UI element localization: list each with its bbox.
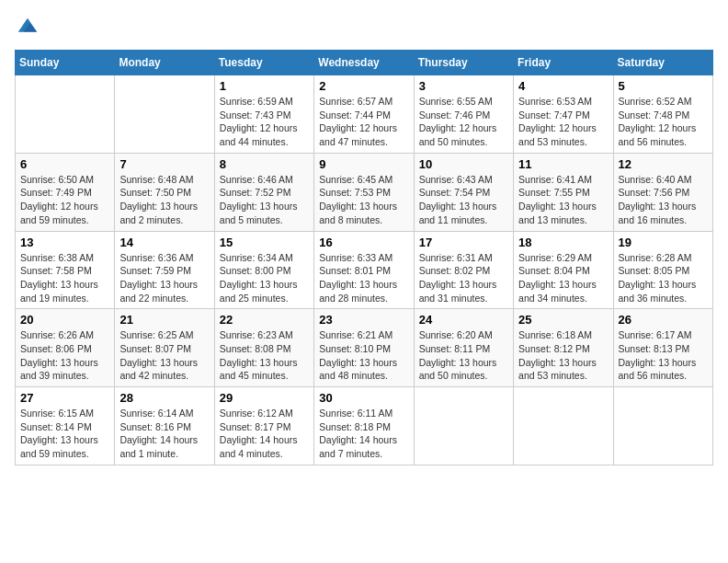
calendar-cell: 17Sunrise: 6:31 AM Sunset: 8:02 PM Dayli…	[414, 231, 513, 309]
day-number: 27	[20, 391, 109, 405]
day-info: Sunrise: 6:33 AM Sunset: 8:01 PM Dayligh…	[319, 251, 408, 305]
calendar-cell: 14Sunrise: 6:36 AM Sunset: 7:59 PM Dayli…	[115, 231, 214, 309]
day-info: Sunrise: 6:34 AM Sunset: 8:00 PM Dayligh…	[220, 251, 309, 305]
calendar-cell: 22Sunrise: 6:23 AM Sunset: 8:08 PM Dayli…	[214, 309, 313, 387]
day-info: Sunrise: 6:40 AM Sunset: 7:56 PM Dayligh…	[619, 173, 708, 227]
day-info: Sunrise: 6:43 AM Sunset: 7:54 PM Dayligh…	[419, 173, 508, 227]
day-number: 12	[619, 157, 708, 171]
calendar-cell: 15Sunrise: 6:34 AM Sunset: 8:00 PM Dayli…	[214, 231, 313, 309]
day-info: Sunrise: 6:28 AM Sunset: 8:05 PM Dayligh…	[619, 251, 708, 305]
day-info: Sunrise: 6:57 AM Sunset: 7:44 PM Dayligh…	[319, 95, 408, 149]
day-number: 6	[20, 157, 109, 171]
calendar-cell: 25Sunrise: 6:18 AM Sunset: 8:12 PM Dayli…	[514, 309, 613, 387]
day-info: Sunrise: 6:59 AM Sunset: 7:43 PM Dayligh…	[220, 95, 309, 149]
weekday-header: Wednesday	[314, 51, 414, 75]
day-number: 24	[419, 313, 508, 327]
calendar-cell: 16Sunrise: 6:33 AM Sunset: 8:01 PM Dayli…	[314, 231, 414, 309]
calendar-cell: 6Sunrise: 6:50 AM Sunset: 7:49 PM Daylig…	[16, 153, 115, 231]
day-info: Sunrise: 6:11 AM Sunset: 8:18 PM Dayligh…	[319, 407, 408, 461]
calendar-table: SundayMondayTuesdayWednesdayThursdayFrid…	[15, 50, 713, 465]
calendar-cell: 12Sunrise: 6:40 AM Sunset: 7:56 PM Dayli…	[613, 153, 712, 231]
calendar-cell: 9Sunrise: 6:45 AM Sunset: 7:53 PM Daylig…	[314, 153, 414, 231]
calendar-cell: 2Sunrise: 6:57 AM Sunset: 7:44 PM Daylig…	[314, 75, 414, 154]
calendar-week-row: 27Sunrise: 6:15 AM Sunset: 8:14 PM Dayli…	[16, 387, 713, 465]
day-number: 7	[119, 157, 209, 171]
calendar-cell	[414, 387, 513, 465]
day-number: 22	[220, 313, 309, 327]
day-number: 23	[319, 313, 408, 327]
day-info: Sunrise: 6:41 AM Sunset: 7:55 PM Dayligh…	[518, 173, 608, 227]
day-number: 11	[518, 157, 608, 171]
day-info: Sunrise: 6:12 AM Sunset: 8:17 PM Dayligh…	[220, 407, 309, 461]
page-header	[15, 15, 713, 40]
calendar-cell: 3Sunrise: 6:55 AM Sunset: 7:46 PM Daylig…	[414, 75, 513, 154]
calendar-cell: 23Sunrise: 6:21 AM Sunset: 8:10 PM Dayli…	[314, 309, 414, 387]
calendar-cell: 19Sunrise: 6:28 AM Sunset: 8:05 PM Dayli…	[613, 231, 712, 309]
logo-icon	[15, 15, 40, 40]
day-info: Sunrise: 6:55 AM Sunset: 7:46 PM Dayligh…	[419, 95, 508, 149]
calendar-week-row: 13Sunrise: 6:38 AM Sunset: 7:58 PM Dayli…	[16, 231, 713, 309]
day-info: Sunrise: 6:53 AM Sunset: 7:47 PM Dayligh…	[518, 95, 608, 149]
calendar-cell: 11Sunrise: 6:41 AM Sunset: 7:55 PM Dayli…	[514, 153, 613, 231]
weekday-header-row: SundayMondayTuesdayWednesdayThursdayFrid…	[16, 51, 713, 75]
day-number: 8	[220, 157, 309, 171]
day-number: 5	[619, 79, 708, 93]
day-number: 25	[518, 313, 608, 327]
calendar-cell: 13Sunrise: 6:38 AM Sunset: 7:58 PM Dayli…	[16, 231, 115, 309]
calendar-cell	[613, 387, 712, 465]
day-number: 2	[319, 79, 408, 93]
calendar-cell: 27Sunrise: 6:15 AM Sunset: 8:14 PM Dayli…	[16, 387, 115, 465]
calendar-cell	[115, 75, 214, 154]
day-info: Sunrise: 6:18 AM Sunset: 8:12 PM Dayligh…	[518, 328, 608, 383]
weekday-header: Sunday	[16, 51, 115, 75]
day-number: 19	[619, 236, 708, 249]
calendar-cell: 4Sunrise: 6:53 AM Sunset: 7:47 PM Daylig…	[514, 75, 613, 154]
calendar-cell: 26Sunrise: 6:17 AM Sunset: 8:13 PM Dayli…	[613, 309, 712, 387]
calendar-week-row: 1Sunrise: 6:59 AM Sunset: 7:43 PM Daylig…	[16, 75, 713, 154]
weekday-header: Saturday	[613, 51, 712, 75]
calendar-week-row: 20Sunrise: 6:26 AM Sunset: 8:06 PM Dayli…	[16, 309, 713, 387]
day-number: 15	[220, 236, 309, 249]
weekday-header: Friday	[514, 51, 613, 75]
day-number: 13	[20, 236, 109, 249]
day-number: 1	[220, 79, 309, 93]
calendar-cell: 18Sunrise: 6:29 AM Sunset: 8:04 PM Dayli…	[514, 231, 613, 309]
day-info: Sunrise: 6:29 AM Sunset: 8:04 PM Dayligh…	[518, 251, 608, 305]
weekday-header: Thursday	[414, 51, 513, 75]
calendar-cell: 21Sunrise: 6:25 AM Sunset: 8:07 PM Dayli…	[115, 309, 214, 387]
day-info: Sunrise: 6:14 AM Sunset: 8:16 PM Dayligh…	[119, 407, 209, 461]
day-info: Sunrise: 6:31 AM Sunset: 8:02 PM Dayligh…	[419, 251, 508, 305]
day-info: Sunrise: 6:36 AM Sunset: 7:59 PM Dayligh…	[119, 251, 209, 305]
day-number: 16	[319, 236, 408, 249]
calendar-cell: 29Sunrise: 6:12 AM Sunset: 8:17 PM Dayli…	[214, 387, 313, 465]
day-number: 18	[518, 236, 608, 249]
day-info: Sunrise: 6:21 AM Sunset: 8:10 PM Dayligh…	[319, 328, 408, 383]
day-number: 20	[20, 313, 109, 327]
day-info: Sunrise: 6:25 AM Sunset: 8:07 PM Dayligh…	[119, 328, 209, 383]
day-number: 9	[319, 157, 408, 171]
day-number: 30	[319, 391, 408, 405]
day-number: 21	[119, 313, 209, 327]
day-number: 14	[119, 236, 209, 249]
calendar-cell: 28Sunrise: 6:14 AM Sunset: 8:16 PM Dayli…	[115, 387, 214, 465]
day-info: Sunrise: 6:15 AM Sunset: 8:14 PM Dayligh…	[20, 407, 109, 461]
day-info: Sunrise: 6:50 AM Sunset: 7:49 PM Dayligh…	[20, 173, 109, 227]
day-info: Sunrise: 6:48 AM Sunset: 7:50 PM Dayligh…	[119, 173, 209, 227]
calendar-cell: 20Sunrise: 6:26 AM Sunset: 8:06 PM Dayli…	[16, 309, 115, 387]
calendar-cell: 8Sunrise: 6:46 AM Sunset: 7:52 PM Daylig…	[214, 153, 313, 231]
calendar-cell	[16, 75, 115, 154]
weekday-header: Monday	[115, 51, 214, 75]
day-info: Sunrise: 6:26 AM Sunset: 8:06 PM Dayligh…	[20, 328, 109, 383]
day-number: 10	[419, 157, 508, 171]
calendar-cell: 30Sunrise: 6:11 AM Sunset: 8:18 PM Dayli…	[314, 387, 414, 465]
calendar-cell	[514, 387, 613, 465]
calendar-cell: 5Sunrise: 6:52 AM Sunset: 7:48 PM Daylig…	[613, 75, 712, 154]
day-number: 28	[119, 391, 209, 405]
day-number: 26	[619, 313, 708, 327]
calendar-cell: 7Sunrise: 6:48 AM Sunset: 7:50 PM Daylig…	[115, 153, 214, 231]
calendar-cell: 24Sunrise: 6:20 AM Sunset: 8:11 PM Dayli…	[414, 309, 513, 387]
day-number: 29	[220, 391, 309, 405]
calendar-cell: 1Sunrise: 6:59 AM Sunset: 7:43 PM Daylig…	[214, 75, 313, 154]
logo	[15, 15, 44, 40]
day-number: 3	[419, 79, 508, 93]
